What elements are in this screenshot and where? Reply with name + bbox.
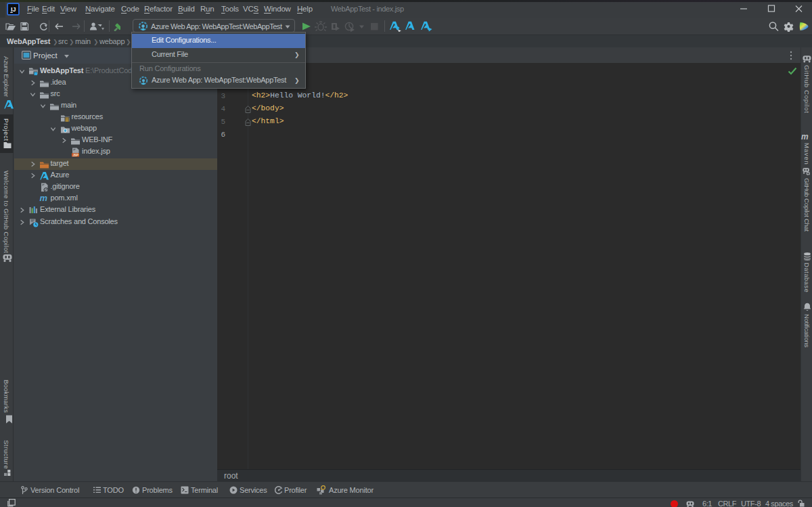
- svg-text:JSP: JSP: [72, 154, 78, 157]
- svg-text:IJ: IJ: [11, 6, 16, 13]
